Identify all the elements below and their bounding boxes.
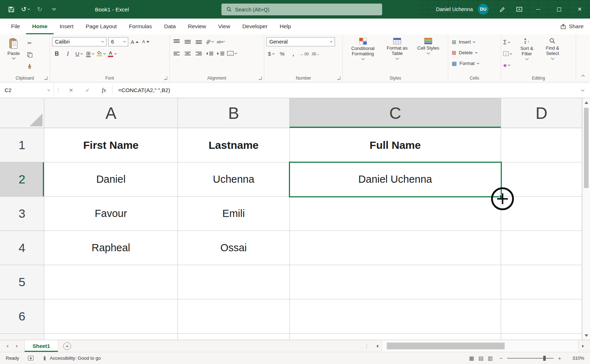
align-top-button[interactable] xyxy=(172,37,181,46)
zoom-slider[interactable] xyxy=(507,358,554,359)
accounting-format-button[interactable]: $ xyxy=(266,49,276,58)
ribbon-display-options-button[interactable] xyxy=(511,0,528,19)
tab-insert[interactable]: Insert xyxy=(54,19,80,34)
find-select-button[interactable]: Find & Select xyxy=(540,37,565,74)
increase-font-size-button[interactable]: A xyxy=(130,37,139,46)
orientation-button[interactable]: ab xyxy=(205,37,214,46)
previous-sheet-button[interactable] xyxy=(6,345,8,348)
number-dialog-launcher[interactable] xyxy=(337,76,340,80)
minimize-button[interactable] xyxy=(528,0,549,19)
close-button[interactable]: ✕ xyxy=(569,0,590,19)
share-button[interactable]: Share xyxy=(560,19,584,34)
new-sheet-button[interactable]: + xyxy=(63,342,71,350)
normal-view-button[interactable]: ▦ xyxy=(469,355,474,362)
cell-C4[interactable] xyxy=(290,231,501,265)
cell-A3[interactable]: Favour xyxy=(44,197,178,231)
underline-button[interactable]: U xyxy=(74,49,84,58)
cell-B3[interactable]: Emili xyxy=(178,197,290,231)
row-header-6[interactable]: 6 xyxy=(0,299,44,334)
autosum-button[interactable]: Σ xyxy=(503,38,512,47)
align-left-button[interactable] xyxy=(172,49,181,58)
horizontal-scroll-track[interactable] xyxy=(381,340,579,352)
cell-C2[interactable]: Daniel Uchenna xyxy=(290,162,501,197)
accessibility-status[interactable]: Accessibility: Good to go xyxy=(42,355,101,361)
increase-indent-button[interactable] xyxy=(216,49,225,58)
column-header-C[interactable]: C xyxy=(290,98,501,128)
cell-C7[interactable] xyxy=(290,334,501,340)
cell-B1[interactable]: Lastname xyxy=(178,128,290,162)
delete-cells-button[interactable]: ⊠Delete xyxy=(450,48,499,57)
comma-style-button[interactable]: , xyxy=(289,49,298,58)
cell-D4[interactable] xyxy=(501,231,582,265)
percent-style-button[interactable]: % xyxy=(278,49,287,58)
cell-D6[interactable] xyxy=(501,299,582,334)
enter-button[interactable]: ✓ xyxy=(79,82,96,98)
page-break-preview-button[interactable]: ▥ xyxy=(488,355,493,362)
cell-B5[interactable] xyxy=(178,265,290,299)
horizontal-scrollbar[interactable] xyxy=(373,340,587,352)
zoom-percentage[interactable]: 310% xyxy=(568,355,584,361)
cell-B7[interactable] xyxy=(178,334,290,340)
vertical-scroll-thumb[interactable] xyxy=(584,108,589,188)
zoom-slider-thumb[interactable] xyxy=(543,356,546,361)
cell-D2[interactable] xyxy=(501,162,582,197)
merge-center-button[interactable]: ↔ xyxy=(227,49,237,58)
cell-C6[interactable] xyxy=(290,299,501,334)
cell-A2[interactable]: Daniel xyxy=(44,162,178,197)
align-center-button[interactable] xyxy=(183,49,192,58)
cancel-button[interactable]: ✕ xyxy=(63,82,79,98)
scroll-right-button[interactable] xyxy=(579,340,587,352)
cell-D3[interactable] xyxy=(501,197,582,231)
tab-home[interactable]: Home xyxy=(26,19,54,34)
cell-D7[interactable] xyxy=(501,334,582,340)
align-right-button[interactable] xyxy=(194,49,203,58)
align-bottom-button[interactable] xyxy=(194,37,203,46)
cell-B4[interactable]: Ossai xyxy=(178,231,290,265)
cell-D5[interactable] xyxy=(501,265,582,299)
row-header-1[interactable]: 1 xyxy=(0,128,44,162)
cell-A1[interactable]: First Name xyxy=(44,128,178,162)
maximize-button[interactable] xyxy=(549,0,569,19)
format-painter-button[interactable] xyxy=(25,62,34,71)
cell-D1[interactable] xyxy=(501,128,582,162)
number-format-combobox[interactable]: General xyxy=(266,37,335,46)
scroll-up-button[interactable] xyxy=(582,99,590,106)
tab-file[interactable]: File xyxy=(5,19,26,34)
next-sheet-button[interactable] xyxy=(16,345,18,348)
cell-A5[interactable] xyxy=(44,265,178,299)
cell-styles-button[interactable]: Cell Styles xyxy=(414,37,443,74)
tab-formulas[interactable]: Formulas xyxy=(123,19,158,34)
name-box[interactable]: C2 xyxy=(0,82,54,98)
alignment-dialog-launcher[interactable] xyxy=(259,76,262,80)
cut-button[interactable]: ✂ xyxy=(25,39,34,47)
clipboard-dialog-launcher[interactable] xyxy=(44,76,48,80)
cell-A6[interactable] xyxy=(44,299,178,334)
sheet-tab-sheet1[interactable]: Sheet1 xyxy=(24,340,58,352)
row-header-2[interactable]: 2 xyxy=(0,162,44,197)
decrease-font-size-button[interactable]: A xyxy=(141,37,150,46)
decrease-decimal-button[interactable]: .00→ xyxy=(311,49,320,58)
font-dialog-launcher[interactable] xyxy=(164,76,167,80)
search-input[interactable] xyxy=(235,7,382,12)
row-header-5[interactable]: 5 xyxy=(0,265,44,299)
copy-button[interactable] xyxy=(25,50,34,59)
font-name-combobox[interactable]: Calibri xyxy=(52,37,106,46)
font-size-combobox[interactable]: 6 xyxy=(108,37,128,46)
increase-decimal-button[interactable]: ←.00 xyxy=(300,49,309,58)
paste-button[interactable]: Paste xyxy=(2,37,25,74)
save-button[interactable] xyxy=(6,4,16,15)
zoom-in-button[interactable]: + xyxy=(557,355,562,361)
vertical-scrollbar[interactable] xyxy=(582,98,590,340)
ink-pen-button[interactable] xyxy=(494,0,511,19)
tab-view[interactable]: View xyxy=(212,19,236,34)
cell-A7[interactable] xyxy=(44,334,178,340)
fill-button[interactable]: ↓ xyxy=(503,49,512,58)
tab-developer[interactable]: Developer xyxy=(236,19,274,34)
row-header-partial[interactable] xyxy=(0,334,44,340)
scroll-left-button[interactable] xyxy=(373,340,381,352)
bold-button[interactable]: B xyxy=(52,49,61,58)
column-header-B[interactable]: B xyxy=(178,98,290,128)
column-header-D[interactable]: D xyxy=(501,98,582,128)
insert-cells-button[interactable]: ⊞Insert xyxy=(450,37,499,47)
record-macro-button[interactable] xyxy=(28,356,34,360)
